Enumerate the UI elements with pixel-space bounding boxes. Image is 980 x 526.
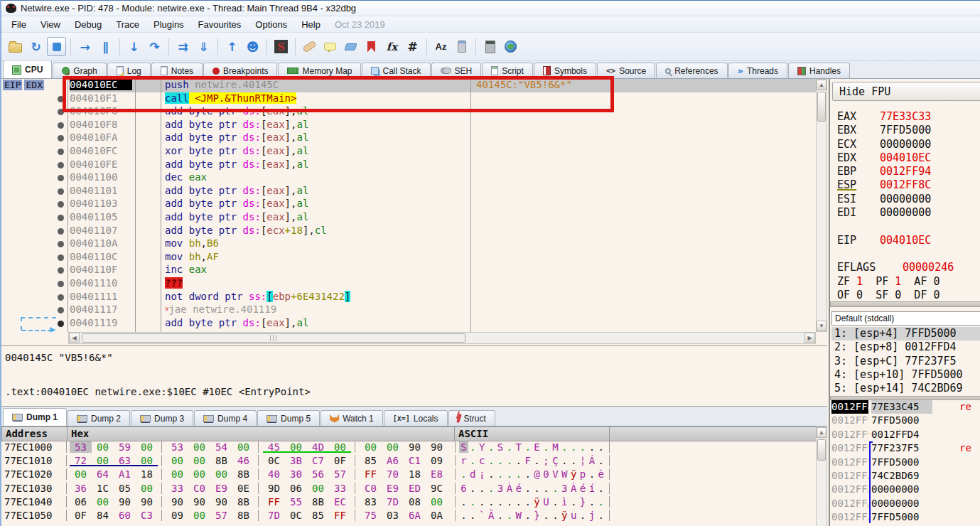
disasm-row[interactable]: 00401119add byte ptr ds:[eax],al [1,317,816,331]
hex-byte[interactable]: 0F [70,510,92,521]
hex-byte[interactable]: 75 [360,510,382,521]
open-file-icon[interactable] [6,37,25,56]
stack-row[interactable]: 0012FF8C77E33C45re [830,400,980,414]
hex-byte[interactable]: 72 [70,455,92,466]
hex-byte[interactable]: 00 [188,441,210,453]
instruction-address[interactable]: 0040110A [70,237,134,249]
hex-byte[interactable]: 85 [360,455,382,466]
register-row-ebp[interactable]: EBP0012FF94 [837,165,954,178]
instruction-address[interactable]: 00401111 [70,291,134,302]
hex-byte[interactable]: 90 [210,496,232,508]
disasm-row[interactable]: 00401117vjae netwire.401119 [1,304,816,317]
disasm-row[interactable]: 00401100dec eax [1,171,816,185]
menu-debug[interactable]: Debug [68,17,109,32]
scroll-down-arrow[interactable]: ▼ [817,321,826,331]
hex-byte[interactable]: 46 [232,455,254,466]
dump-address[interactable]: 77EC1010 [1,455,67,466]
ascii-text[interactable]: r.c....F.;Ç..¦Á. [455,455,610,466]
menu-file[interactable]: File [4,17,33,32]
hex-byte[interactable]: 8B [232,510,254,521]
hex-byte[interactable]: FF [360,468,382,480]
dump-row[interactable]: 77EC10500F8460C30900578B7D0C85FF75036A0A… [1,510,827,523]
hex-byte[interactable]: 06 [70,496,92,508]
stack-row[interactable]: 0012FF907FFD5000 [830,414,980,427]
disasm-hscroll-thumb[interactable] [82,333,465,343]
step-into-icon[interactable]: ↓ [124,37,144,56]
hex-byte[interactable]: 45 [263,441,285,453]
hex-byte[interactable]: E8 [426,468,448,480]
hex-byte[interactable]: 90 [114,496,136,508]
hex-byte[interactable]: 00 [285,441,307,453]
hex-byte[interactable]: 09 [166,510,188,521]
dump-tab-dump-4[interactable]: Dump 4 [194,410,257,426]
dump-tab-watch-1[interactable]: Watch 1 [321,410,383,426]
bookmarks-icon[interactable] [362,37,381,56]
hex-byte[interactable]: 00 [307,483,329,494]
hex-byte[interactable]: FF [329,510,351,521]
calling-convention-select[interactable]: Default (stdcall) [831,311,980,326]
hex-byte[interactable]: 90 [404,441,426,453]
hex-byte[interactable]: 33 [329,483,351,494]
disassembly-pane[interactable]: EIPEDX004010ECpush netwire.40145C40145C:… [1,79,816,332]
run-icon[interactable]: → [75,37,95,56]
hex-byte[interactable]: E9 [210,483,232,494]
hex-byte[interactable]: 00 [92,496,114,508]
hex-byte[interactable]: 90 [166,496,188,508]
hex-byte[interactable]: C3 [136,510,158,521]
step-over-icon[interactable]: ↷ [145,37,164,56]
hex-byte[interactable]: 00 [188,455,210,466]
hex-byte[interactable]: 18 [136,468,158,480]
stack-view[interactable]: 0012FF8C77E33C45re0012FF907FFD50000012FF… [830,400,980,525]
disasm-row[interactable]: 00401101add byte ptr ds:[eax],al [1,185,816,198]
disasm-row[interactable]: 004010FCxor byte ptr ds:[eax],al [1,145,816,159]
hex-byte[interactable]: 59 [114,441,136,453]
hex-byte[interactable]: 0E [232,483,254,494]
registers-view[interactable]: EAX77E33C33EBX7FFD5000ECX00000000EDX0040… [837,110,954,302]
dump-vscroll-thumb[interactable] [817,439,826,461]
hex-byte[interactable]: 18 [404,468,426,480]
hex-byte[interactable]: 55 [285,496,307,508]
restart-icon[interactable]: ↻ [26,37,45,56]
hex-byte[interactable]: C7 [307,455,329,466]
disasm-row[interactable]: 004010FAadd byte ptr ds:[eax],al [1,132,816,145]
hex-byte[interactable]: 00 [360,441,382,453]
scroll-left-arrow[interactable]: ◀ [69,333,80,343]
hex-byte[interactable]: 00 [136,455,158,466]
disasm-vscroll-thumb[interactable] [817,92,826,122]
ascii-text[interactable]: S.Y.S.T.E.M..... [455,441,610,453]
patches-icon[interactable] [300,37,319,56]
argument-row[interactable]: 4: [esp+10] 7FFD5000 [831,368,980,382]
arguments-view[interactable]: 1: [esp+4] 7FFD50002: [esp+8] 0012FFD43:… [831,327,980,395]
hex-byte[interactable]: 00 [210,468,232,480]
disasm-row[interactable]: 0040110Amov bh,B6 [1,237,816,251]
hex-byte[interactable]: 00 [188,510,210,521]
ascii-text[interactable]: ..`Ã..W.}..ÿu.j. [455,510,610,521]
preferences-icon[interactable]: Az [431,37,451,56]
hex-byte[interactable]: 00 [92,441,114,453]
hex-byte[interactable]: 53 [166,441,188,453]
instruction-address[interactable]: 00401117 [70,304,134,315]
tab-references[interactable]: References [656,63,727,78]
hex-byte[interactable]: C1 [404,455,426,466]
dump-tab-dump-1[interactable]: Dump 1 [3,408,67,426]
hex-byte[interactable]: 53 [70,441,92,453]
argument-row[interactable]: 3: [esp+C] 77F237F5 [831,355,980,368]
dump-tab-dump-2[interactable]: Dump 2 [68,410,130,426]
dump-tab-dump-5[interactable]: Dump 5 [257,410,320,426]
dump-tab-struct[interactable]: Struct [448,410,495,426]
stack-row[interactable]: 0012FF9C7FFD5000 [830,456,980,469]
instruction-address[interactable]: 004010F8 [70,119,134,130]
ascii-text[interactable]: ........ÿU.ì.}.. [455,496,610,508]
hex-byte[interactable]: 63 [114,455,136,466]
stack-row[interactable]: 0012FFA400000000 [830,483,980,496]
disasm-row[interactable]: 00401110??? [1,277,816,291]
disasm-row[interactable]: 0040110Cmov bh,AF [1,251,816,264]
menu-view[interactable]: View [33,17,68,32]
dump-row[interactable]: 77EC10107200630000008B460C3BC70F85A6C109… [1,455,827,468]
disasm-row[interactable]: 0040110Finc eax [1,264,816,277]
hex-byte[interactable]: 00 [382,441,404,453]
stack-row[interactable]: 0012FFA074C2BD69 [830,469,980,483]
menu-plugin-date[interactable]: Oct 23 2019 [328,17,392,32]
hex-byte[interactable]: 40 [263,468,285,480]
hex-byte[interactable]: 0C [263,455,285,466]
